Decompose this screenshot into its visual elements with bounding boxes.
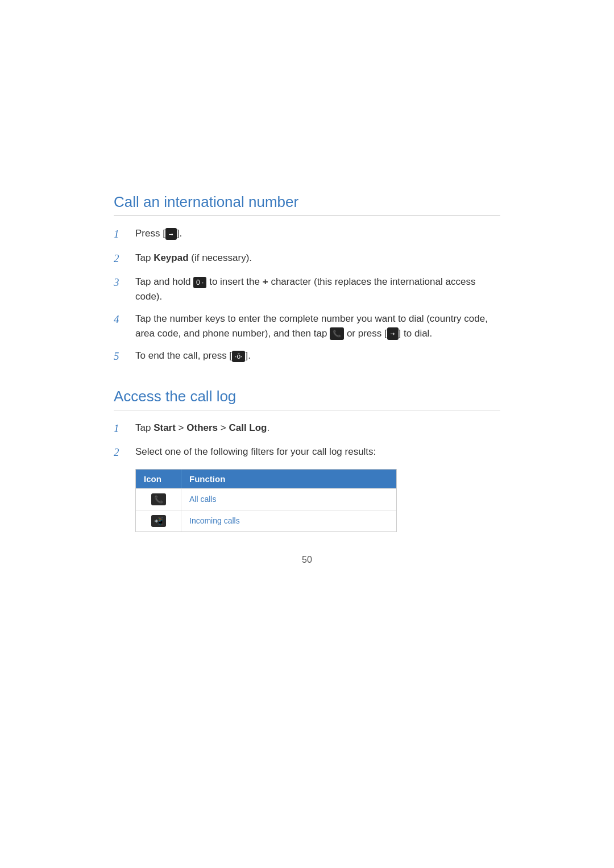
call-log-table: Icon Function 📞 All calls 📲 Incoming cal…	[135, 469, 397, 532]
table-header-function: Function	[181, 470, 396, 488]
step-5-text: To end the call, press [·ō·].	[135, 348, 500, 363]
step-2-1: 1 Tap Start > Others > Call Log.	[114, 421, 500, 437]
section2-steps: 1 Tap Start > Others > Call Log. 2 Selec…	[114, 421, 500, 461]
step-5-number: 5	[114, 348, 131, 365]
step-1-text: Press [→].	[135, 226, 500, 241]
step-2-2: 2 Select one of the following filters fo…	[114, 445, 500, 461]
step-3-text: Tap and hold 0 · to insert the + charact…	[135, 275, 500, 304]
section1-title: Call an international number	[114, 193, 500, 216]
phone-dial-icon: 📞	[330, 327, 344, 340]
section2-title: Access the call log	[114, 388, 500, 410]
step-2-2-number: 2	[114, 445, 131, 461]
section-call-international: Call an international number 1 Press [→]…	[114, 193, 500, 365]
page-content: Call an international number 1 Press [→]…	[0, 0, 614, 679]
step-4-text: Tap the number keys to enter the complet…	[135, 312, 500, 340]
step-2-2-text: Select one of the following filters for …	[135, 445, 500, 459]
step-2: 2 Tap Keypad (if necessary).	[114, 251, 500, 267]
step-4: 4 Tap the number keys to enter the compl…	[114, 312, 500, 340]
table-row-incoming-calls: 📲 Incoming calls	[136, 510, 396, 531]
back-key-icon: →	[165, 228, 177, 240]
section1-steps: 1 Press [→]. 2 Tap Keypad (if necessary)…	[114, 226, 500, 365]
step-2-text: Tap Keypad (if necessary).	[135, 251, 500, 265]
table-header: Icon Function	[136, 470, 396, 488]
table-row-all-calls: 📞 All calls	[136, 488, 396, 510]
send-key-icon: →	[387, 327, 399, 340]
step-4-number: 4	[114, 312, 131, 328]
step-2-1-number: 1	[114, 421, 131, 437]
step-3: 3 Tap and hold 0 · to insert the + chara…	[114, 275, 500, 304]
all-calls-label: All calls	[181, 489, 396, 510]
section-access-call-log: Access the call log 1 Tap Start > Others…	[114, 388, 500, 532]
incoming-calls-label: Incoming calls	[181, 510, 396, 531]
step-2-number: 2	[114, 251, 131, 267]
zero-key-icon: 0 ·	[193, 277, 206, 288]
step-3-number: 3	[114, 275, 131, 291]
step-2-1-text: Tap Start > Others > Call Log.	[135, 421, 500, 435]
all-calls-phone-icon: 📞	[151, 493, 166, 505]
step-1-number: 1	[114, 226, 131, 243]
page-number: 50	[114, 555, 500, 565]
all-calls-icon: 📞	[136, 489, 181, 510]
table-header-icon: Icon	[136, 470, 181, 488]
end-key-icon: ·ō·	[232, 351, 245, 362]
incoming-calls-icon: 📲	[136, 510, 181, 531]
step-5: 5 To end the call, press [·ō·].	[114, 348, 500, 365]
step-1: 1 Press [→].	[114, 226, 500, 243]
incoming-calls-phone-icon: 📲	[151, 515, 166, 527]
